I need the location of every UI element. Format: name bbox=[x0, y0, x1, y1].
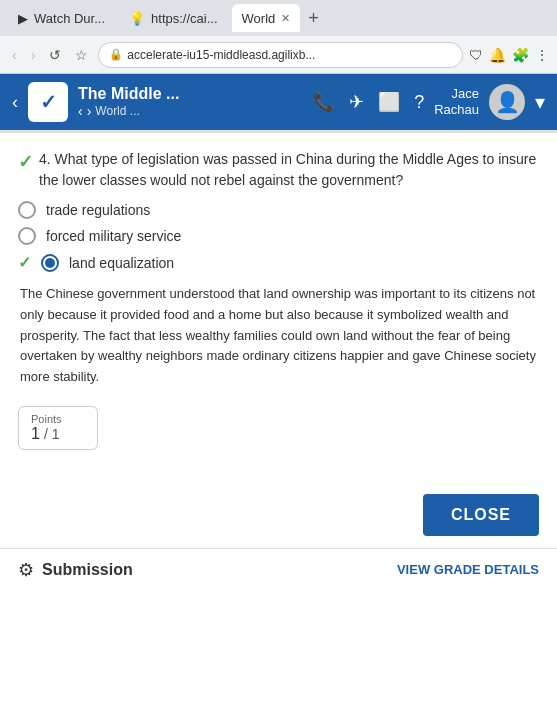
option-c-label: land equalization bbox=[69, 255, 174, 271]
app-title: The Middle ... bbox=[78, 85, 303, 103]
question-body: What type of legislation was passed in C… bbox=[39, 151, 536, 188]
tab-watch-label: Watch Dur... bbox=[34, 11, 105, 26]
nav-bookmark-button[interactable]: ☆ bbox=[71, 45, 92, 65]
logo-check-icon: ✓ bbox=[40, 90, 57, 114]
new-tab-button[interactable]: + bbox=[308, 8, 319, 29]
header-chevron-down-icon[interactable]: ▾ bbox=[535, 90, 545, 114]
app-back-button[interactable]: ‹ bbox=[12, 92, 18, 113]
submission-label: Submission bbox=[42, 561, 397, 579]
bookmark-icon[interactable]: ⬜ bbox=[378, 91, 400, 113]
app-header: ‹ ✓ The Middle ... ‹ › World ... 📞 ✈ ⬜ ?… bbox=[0, 74, 557, 130]
header-icons: 📞 ✈ ⬜ ? bbox=[313, 91, 424, 113]
user-info: Jace Rachau bbox=[434, 86, 479, 117]
close-button[interactable]: CLOSE bbox=[423, 494, 539, 536]
avatar-icon: 👤 bbox=[495, 90, 520, 114]
tab-watch[interactable]: ▶ Watch Dur... bbox=[8, 4, 115, 32]
option-a-label: trade regulations bbox=[46, 202, 150, 218]
option-b-label: forced military service bbox=[46, 228, 181, 244]
tab-cai-icon: 💡 bbox=[129, 11, 145, 26]
menu-icon[interactable]: ⋮ bbox=[535, 47, 549, 63]
alert-icon: 🔔 bbox=[489, 47, 506, 63]
browser-nav-bar: ‹ › ↺ ☆ 🔒 accelerate-iu15-middleasd.agil… bbox=[0, 36, 557, 74]
app-title-block: The Middle ... ‹ › World ... bbox=[78, 85, 303, 119]
tab-cai-label: https://cai... bbox=[151, 11, 217, 26]
puzzle-icon: 🧩 bbox=[512, 47, 529, 63]
points-label: Points bbox=[31, 413, 85, 425]
points-value: 1 / 1 bbox=[31, 425, 85, 443]
tab-cai[interactable]: 💡 https://cai... bbox=[119, 4, 227, 32]
points-total: / 1 bbox=[44, 426, 60, 442]
option-c-radio[interactable] bbox=[41, 254, 59, 272]
tab-close-icon[interactable]: ✕ bbox=[281, 12, 290, 25]
submission-bar: ⚙ Submission VIEW GRADE DETAILS bbox=[0, 548, 557, 591]
nav-forward-button[interactable]: › bbox=[27, 45, 40, 65]
question-correct-check-icon: ✓ bbox=[18, 151, 33, 173]
option-a-row[interactable]: trade regulations bbox=[18, 201, 539, 219]
question-block: ✓ 4. What type of legislation was passed… bbox=[18, 149, 539, 450]
address-text: accelerate-iu15-middleasd.agilixb... bbox=[127, 48, 315, 62]
question-number: 4. bbox=[39, 151, 51, 167]
lock-icon: 🔒 bbox=[109, 48, 123, 61]
tab-world[interactable]: World ✕ bbox=[232, 4, 301, 32]
address-bar[interactable]: 🔒 accelerate-iu15-middleasd.agilixb... bbox=[98, 42, 463, 68]
explanation-text: The Chinese government understood that l… bbox=[18, 284, 539, 388]
send-icon[interactable]: ✈ bbox=[349, 91, 364, 113]
points-earned: 1 bbox=[31, 425, 40, 443]
radio-inner-dot bbox=[45, 258, 55, 268]
phone-icon[interactable]: 📞 bbox=[313, 91, 335, 113]
option-c-row[interactable]: ✓ land equalization bbox=[18, 253, 539, 272]
nav-back-button[interactable]: ‹ bbox=[8, 45, 21, 65]
app-subtitle: World ... bbox=[95, 104, 139, 118]
option-b-radio[interactable] bbox=[18, 227, 36, 245]
tab-world-label: World bbox=[242, 11, 276, 26]
nav-reload-button[interactable]: ↺ bbox=[45, 45, 65, 65]
scroll-area: ✓ 4. What type of legislation was passed… bbox=[0, 133, 557, 482]
points-box: Points 1 / 1 bbox=[18, 406, 98, 450]
option-c-correct-icon: ✓ bbox=[18, 253, 31, 272]
breadcrumb-prev-button[interactable]: ‹ bbox=[78, 103, 83, 119]
shield-icon: 🛡 bbox=[469, 47, 483, 63]
main-content: ✓ 4. What type of legislation was passed… bbox=[0, 130, 557, 719]
question-header: ✓ 4. What type of legislation was passed… bbox=[18, 149, 539, 191]
user-first-name: Jace bbox=[452, 86, 479, 102]
browser-tabs-bar: ▶ Watch Dur... 💡 https://cai... World ✕ … bbox=[0, 0, 557, 36]
question-text: 4. What type of legislation was passed i… bbox=[39, 149, 539, 191]
user-last-name: Rachau bbox=[434, 102, 479, 118]
app-logo: ✓ bbox=[28, 82, 68, 122]
breadcrumb-next-button[interactable]: › bbox=[87, 103, 92, 119]
tab-watch-icon: ▶ bbox=[18, 11, 28, 26]
view-grade-details-button[interactable]: VIEW GRADE DETAILS bbox=[397, 562, 539, 577]
close-button-row: CLOSE bbox=[0, 482, 557, 548]
option-a-radio[interactable] bbox=[18, 201, 36, 219]
submission-icon: ⚙ bbox=[18, 559, 34, 581]
browser-action-icons: 🛡 🔔 🧩 ⋮ bbox=[469, 47, 549, 63]
help-icon[interactable]: ? bbox=[414, 92, 424, 113]
user-avatar[interactable]: 👤 bbox=[489, 84, 525, 120]
option-b-row[interactable]: forced military service bbox=[18, 227, 539, 245]
